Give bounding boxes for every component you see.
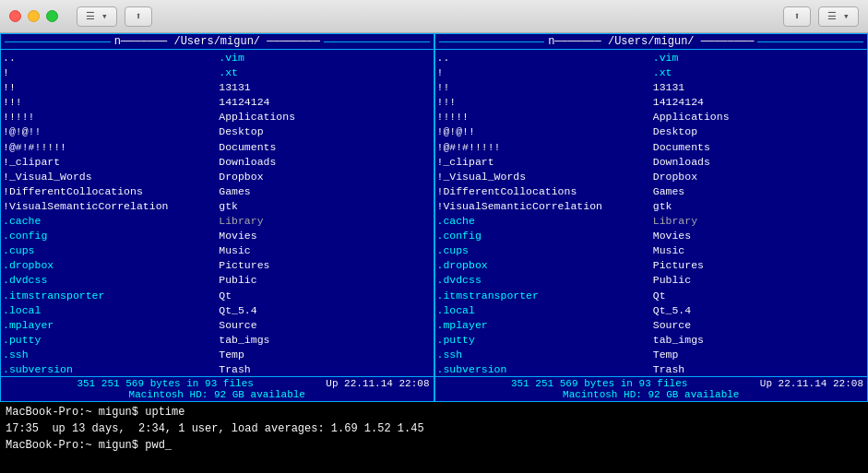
right-file-column-1[interactable]: ..!!!!!!!!!!!!@!@!!!@#!#!!!!!!_clipart!_…: [435, 50, 651, 376]
file-item[interactable]: .local: [3, 303, 215, 318]
file-item[interactable]: .dvdcss: [3, 273, 215, 288]
file-item[interactable]: Trash: [219, 362, 431, 376]
file-item[interactable]: !@#!#!!!!!: [437, 140, 649, 155]
file-item[interactable]: .mplayer: [3, 318, 215, 333]
file-item[interactable]: .config: [3, 229, 215, 243]
list-menu-button[interactable]: ☰ ▾: [77, 6, 117, 27]
file-item[interactable]: .putty: [437, 333, 649, 348]
file-item[interactable]: Documents: [653, 140, 865, 155]
file-item[interactable]: Library: [219, 214, 431, 229]
file-item[interactable]: !_clipart: [437, 155, 649, 170]
file-item[interactable]: !!: [437, 80, 649, 95]
file-item[interactable]: .itmstransporter: [437, 289, 649, 303]
file-item[interactable]: Source: [219, 318, 431, 333]
left-file-column-2[interactable]: .vim.xt1313114124124ApplicationsDesktopD…: [217, 50, 433, 376]
file-item[interactable]: Movies: [653, 229, 865, 243]
minimize-button[interactable]: [28, 10, 40, 22]
file-item[interactable]: Music: [219, 243, 431, 258]
file-item[interactable]: !_clipart: [3, 155, 215, 170]
file-item[interactable]: Dropbox: [653, 170, 865, 184]
file-item[interactable]: !!!!!: [437, 110, 649, 124]
maximize-button[interactable]: [46, 10, 58, 22]
file-item[interactable]: !DifferentCollocations: [437, 184, 649, 199]
file-item[interactable]: 14124124: [653, 95, 865, 110]
file-item[interactable]: .mplayer: [437, 318, 649, 333]
file-item[interactable]: Pictures: [219, 258, 431, 273]
file-item[interactable]: .subversion: [437, 362, 649, 376]
file-item[interactable]: Downloads: [653, 155, 865, 170]
file-item[interactable]: !: [3, 65, 215, 80]
file-item[interactable]: .cups: [3, 243, 215, 258]
file-item[interactable]: !@!@!!: [437, 124, 649, 139]
file-item[interactable]: tab_imgs: [653, 333, 865, 348]
share-button-right[interactable]: ⬆: [783, 6, 811, 27]
file-item[interactable]: .cache: [3, 214, 215, 229]
file-item[interactable]: Dropbox: [219, 170, 431, 184]
file-item[interactable]: .putty: [3, 333, 215, 348]
file-item[interactable]: Movies: [219, 229, 431, 243]
file-item[interactable]: Downloads: [219, 155, 431, 170]
file-item[interactable]: .xt: [219, 65, 431, 80]
file-item[interactable]: Qt: [653, 289, 865, 303]
file-item[interactable]: Documents: [219, 140, 431, 155]
file-item[interactable]: .dropbox: [3, 258, 215, 273]
file-item[interactable]: ..: [3, 51, 215, 65]
file-item[interactable]: Qt: [219, 289, 431, 303]
file-item[interactable]: Games: [653, 184, 865, 199]
file-item[interactable]: .local: [437, 303, 649, 318]
left-file-column-1[interactable]: ..!!!!!!!!!!!!@!@!!!@#!#!!!!!!_clipart!_…: [1, 50, 217, 376]
file-item[interactable]: Source: [653, 318, 865, 333]
file-item[interactable]: .dropbox: [437, 258, 649, 273]
file-item[interactable]: .vim: [653, 51, 865, 65]
file-item[interactable]: 13131: [219, 80, 431, 95]
file-item[interactable]: ..: [437, 51, 649, 65]
file-item[interactable]: !!!: [437, 95, 649, 110]
file-item[interactable]: Qt_5.4: [219, 303, 431, 318]
file-item[interactable]: !!!!!: [3, 110, 215, 124]
list-menu-button-right[interactable]: ☰ ▾: [818, 6, 859, 27]
file-item[interactable]: .subversion: [3, 362, 215, 376]
file-item[interactable]: Games: [219, 184, 431, 199]
file-item[interactable]: .cache: [437, 214, 649, 229]
file-item[interactable]: !!: [3, 80, 215, 95]
file-item[interactable]: Qt_5.4: [653, 303, 865, 318]
right-file-column-2[interactable]: .vim.xt1313114124124ApplicationsDesktopD…: [651, 50, 867, 376]
file-item[interactable]: Desktop: [219, 124, 431, 139]
file-item[interactable]: !_Visual_Words: [3, 170, 215, 184]
file-item[interactable]: tab_imgs: [219, 333, 431, 348]
file-item[interactable]: Desktop: [653, 124, 865, 139]
file-item[interactable]: gtk: [219, 199, 431, 214]
file-item[interactable]: !VisualSemanticCorrelation: [3, 199, 215, 214]
file-item[interactable]: .cups: [437, 243, 649, 258]
file-item[interactable]: !DifferentCollocations: [3, 184, 215, 199]
file-item[interactable]: !: [437, 65, 649, 80]
file-item[interactable]: 13131: [653, 80, 865, 95]
file-item[interactable]: Applications: [219, 110, 431, 124]
file-item[interactable]: .vim: [219, 51, 431, 65]
file-item[interactable]: Applications: [653, 110, 865, 124]
file-item[interactable]: gtk: [653, 199, 865, 214]
file-item[interactable]: .dvdcss: [437, 273, 649, 288]
file-item[interactable]: .ssh: [3, 348, 215, 362]
share-button-left[interactable]: ⬆: [125, 6, 152, 27]
file-item[interactable]: !_Visual_Words: [437, 170, 649, 184]
file-item[interactable]: Trash: [653, 362, 865, 376]
file-item[interactable]: .ssh: [437, 348, 649, 362]
terminal-command-area[interactable]: MacBook-Pro:~ migun$ uptime17:35 up 13 d…: [0, 402, 868, 473]
file-item[interactable]: !VisualSemanticCorrelation: [437, 199, 649, 214]
file-item[interactable]: 14124124: [219, 95, 431, 110]
file-item[interactable]: Public: [219, 273, 431, 288]
file-item[interactable]: !!!: [3, 95, 215, 110]
file-item[interactable]: Library: [653, 214, 865, 229]
file-item[interactable]: Pictures: [653, 258, 865, 273]
file-item[interactable]: !@#!#!!!!!: [3, 140, 215, 155]
file-item[interactable]: Temp: [219, 348, 431, 362]
file-item[interactable]: Public: [653, 273, 865, 288]
file-item[interactable]: Music: [653, 243, 865, 258]
file-item[interactable]: Temp: [653, 348, 865, 362]
file-item[interactable]: .itmstransporter: [3, 289, 215, 303]
file-item[interactable]: !@!@!!: [3, 124, 215, 139]
file-item[interactable]: .config: [437, 229, 649, 243]
close-button[interactable]: [9, 10, 21, 22]
file-item[interactable]: .xt: [653, 65, 865, 80]
